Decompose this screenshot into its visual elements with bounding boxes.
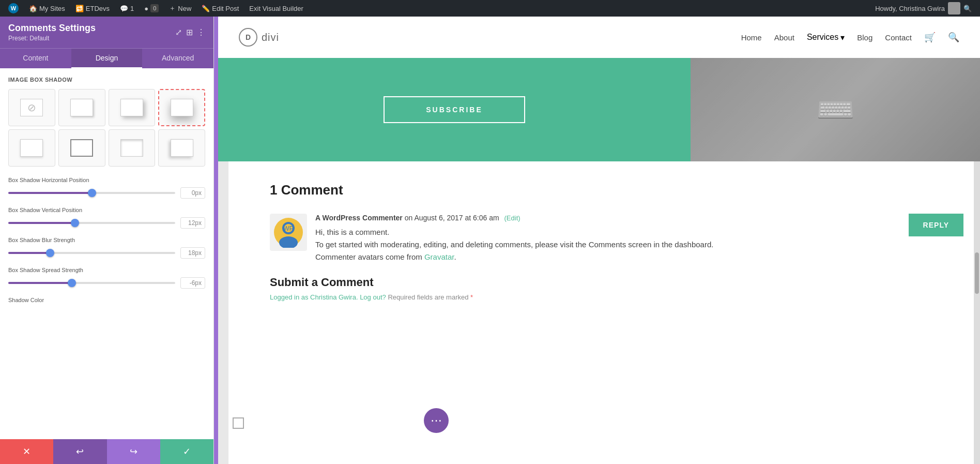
blur-slider-thumb[interactable] <box>46 249 54 257</box>
comment-text-3: Commenter avatars come from <box>315 252 422 261</box>
floating-checkbox[interactable] <box>233 417 244 429</box>
comments-section: 1 Comment WP <box>228 161 974 464</box>
comment-icon: 💬 <box>120 5 128 12</box>
panel-more-button[interactable]: ⋮ <box>197 27 205 37</box>
bubble-icon: ● <box>144 5 148 12</box>
new-post-item[interactable]: ＋ New <box>165 0 195 17</box>
comment-text-2: To get started with moderating, editing,… <box>315 240 713 249</box>
undo-button[interactable]: ↩ <box>53 439 106 464</box>
et-devs-label: ETDevs <box>86 5 110 12</box>
floating-action-button[interactable]: ⋯ <box>424 408 449 433</box>
nav-services-label: Services <box>807 33 838 42</box>
blur-slider-value[interactable]: 18px <box>180 247 205 259</box>
panel-bottom-buttons: ✕ ↩ ↪ ✓ <box>0 439 213 464</box>
et-devs-icon: 🔁 <box>75 5 84 12</box>
svg-text:WP: WP <box>283 225 293 232</box>
blur-slider-track[interactable] <box>8 252 175 254</box>
required-mark: * <box>470 293 473 301</box>
spread-slider-fill <box>8 282 72 284</box>
panel-content: Image Box Shadow ⊘ <box>0 68 213 439</box>
blur-slider-control: 18px <box>8 247 205 259</box>
panel-grid-button[interactable]: ⊞ <box>186 27 193 37</box>
edit-icon: ✏️ <box>202 5 210 12</box>
my-sites-item[interactable]: 🏠 My Sites <box>25 0 69 17</box>
spread-slider-control: -6px <box>8 277 205 289</box>
spread-slider-track[interactable] <box>8 282 175 284</box>
right-content: D divi Home About Services ▾ Blog Contac… <box>218 17 980 464</box>
confirm-button[interactable]: ✓ <box>160 439 213 464</box>
shadow-option-3[interactable] <box>158 89 205 126</box>
main-layout: Comments Settings Preset: Default ⤢ ⊞ ⋮ … <box>0 17 980 464</box>
nav-home[interactable]: Home <box>741 33 762 42</box>
edit-post-item[interactable]: ✏️ Edit Post <box>197 0 243 17</box>
shadow-option-1[interactable] <box>58 89 105 126</box>
tab-design[interactable]: Design <box>71 49 143 68</box>
wp-logo-item[interactable]: W <box>4 0 23 17</box>
cancel-button[interactable]: ✕ <box>0 439 53 464</box>
logged-in-link[interactable]: Logged in as Christina Gwira. Log out? <box>270 293 386 301</box>
nav-about[interactable]: About <box>774 33 794 42</box>
howdy-text: Howdy, Christina Gwira <box>875 5 945 12</box>
exit-builder-item[interactable]: Exit Visual Builder <box>245 0 308 17</box>
logo-circle: D <box>239 28 257 47</box>
avatar-image: WP <box>273 217 304 248</box>
howdy-item[interactable]: Howdy, Christina Gwira 🔍 <box>871 0 976 17</box>
comment-author: A WordPress Commenter <box>315 214 403 222</box>
scrollbar-thumb[interactable] <box>975 252 979 294</box>
vertical-slider-track[interactable] <box>8 222 175 224</box>
spread-slider-value[interactable]: -6px <box>180 277 205 289</box>
gravatar-link[interactable]: Gravatar <box>424 252 454 261</box>
chevron-down-icon: ▾ <box>840 33 845 42</box>
nav-blog[interactable]: Blog <box>857 33 872 42</box>
subscribe-label: SUBSCRIBE <box>426 106 482 114</box>
shadow-grid: ⊘ <box>8 89 205 167</box>
spread-slider-thumb[interactable] <box>68 279 76 287</box>
shadow-preview-3 <box>171 99 193 116</box>
comment-edit-link[interactable]: (Edit) <box>504 214 520 222</box>
shadow-option-2[interactable] <box>109 89 156 126</box>
nav-contact[interactable]: Contact <box>885 33 912 42</box>
horizontal-slider-thumb[interactable] <box>88 189 96 197</box>
tab-content[interactable]: Content <box>0 49 71 68</box>
horizontal-slider-value[interactable]: 0px <box>180 187 205 199</box>
subscribe-button[interactable]: SUBSCRIBE <box>384 96 525 123</box>
tab-advanced[interactable]: Advanced <box>142 49 213 68</box>
redo-button[interactable]: ↪ <box>107 439 160 464</box>
nav-services[interactable]: Services ▾ <box>807 33 845 42</box>
reply-button[interactable]: REPLY <box>909 214 963 236</box>
more-options-icon: ⋯ <box>431 414 442 427</box>
blur-slider-fill <box>8 252 50 254</box>
shadow-option-none[interactable]: ⊘ <box>8 89 55 126</box>
search-icon[interactable]: 🔍 <box>948 32 959 43</box>
panel-title: Comments Settings <box>8 23 96 34</box>
shadow-preview-7 <box>171 139 193 157</box>
shadow-option-4[interactable] <box>8 129 55 167</box>
vertical-slider-value[interactable]: 12px <box>180 217 205 229</box>
horizontal-slider-label: Box Shadow Horizontal Position <box>8 177 205 183</box>
panel-tabs: Content Design Advanced <box>0 48 213 68</box>
comments-item[interactable]: 💬 1 <box>116 0 138 17</box>
blur-slider-label: Box Shadow Blur Strength <box>8 237 205 243</box>
wordpress-icon: W <box>8 3 19 13</box>
shadow-preview-4 <box>20 139 43 157</box>
vertical-slider-thumb[interactable] <box>71 219 79 227</box>
submit-comment-area: Submit a Comment Logged in as Christina … <box>270 276 932 301</box>
shadow-option-7[interactable] <box>158 129 205 167</box>
hero-right: ⌨️ <box>691 58 980 161</box>
spread-slider-row: Box Shadow Spread Strength -6px <box>8 267 205 289</box>
cart-icon[interactable]: 🛒 <box>924 32 936 43</box>
logo-letter: D <box>246 33 251 41</box>
vertical-slider-control: 12px <box>8 217 205 229</box>
edit-post-label: Edit Post <box>212 5 239 12</box>
shadow-preview-5 <box>70 139 93 157</box>
horizontal-slider-track[interactable] <box>8 192 175 194</box>
shadow-option-6[interactable] <box>109 129 156 167</box>
panel-expand-button[interactable]: ⤢ <box>175 27 182 37</box>
scrollbar-area <box>974 161 980 464</box>
shadow-preview-2 <box>120 99 143 116</box>
shadow-option-5[interactable] <box>58 129 105 167</box>
comment-text: Hi, this is a comment. To get started wi… <box>315 226 932 263</box>
et-devs-item[interactable]: 🔁 ETDevs <box>71 0 114 17</box>
reply-label: REPLY <box>923 221 949 229</box>
bubble-item[interactable]: ● 0 <box>140 0 163 17</box>
